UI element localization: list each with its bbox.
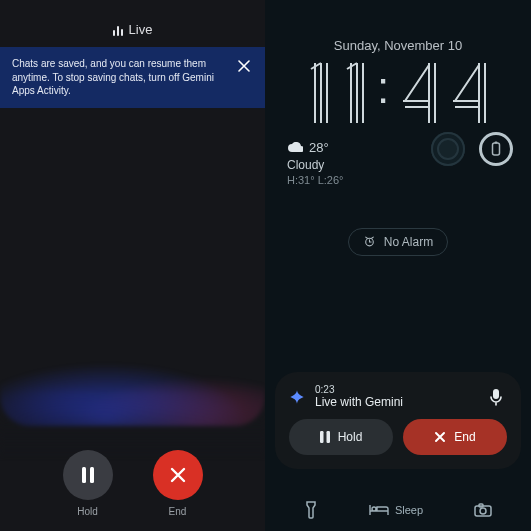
gemini-sparkle-icon — [289, 389, 305, 405]
bed-icon — [369, 504, 389, 516]
alarm-icon — [363, 235, 376, 248]
info-banner: Chats are saved, and you can resume them… — [0, 47, 265, 108]
media-title: Live with Gemini — [315, 395, 475, 409]
close-icon[interactable] — [235, 57, 253, 75]
audio-wave-icon — [113, 24, 123, 36]
svg-rect-0 — [82, 467, 86, 483]
media-card: 0:23 Live with Gemini Hold End — [275, 372, 521, 469]
svg-rect-1 — [90, 467, 94, 483]
sleep-button[interactable]: Sleep — [369, 504, 423, 516]
live-label: Live — [129, 22, 153, 37]
clock-digit-1b — [339, 57, 369, 129]
mic-button[interactable] — [485, 386, 507, 408]
svg-rect-5 — [493, 389, 499, 399]
media-elapsed: 0:23 — [315, 384, 475, 395]
lock-screen: Sunday, November 10 : 28° Cloudy — [265, 0, 531, 531]
pause-icon — [320, 431, 330, 443]
media-end-button[interactable]: End — [403, 419, 507, 455]
media-hold-button[interactable]: Hold — [289, 419, 393, 455]
alarm-text: No Alarm — [384, 235, 433, 249]
clock-digit-4a — [399, 57, 443, 129]
close-icon — [434, 431, 446, 443]
alarm-chip[interactable]: No Alarm — [348, 228, 448, 256]
live-header: Live — [0, 0, 265, 37]
banner-text: Chats are saved, and you can resume them… — [12, 57, 225, 98]
media-end-label: End — [454, 430, 475, 444]
hold-label: Hold — [77, 506, 98, 517]
camera-button[interactable] — [474, 503, 492, 517]
weather-temp: 28° — [309, 139, 329, 157]
end-label: End — [169, 506, 187, 517]
hold-button[interactable] — [63, 450, 113, 500]
lock-bottom-bar: Sleep — [265, 501, 531, 519]
activity-ring-icon[interactable] — [431, 132, 465, 166]
clock-digit-4b — [449, 57, 493, 129]
voice-glow — [0, 296, 265, 426]
clock-digit-1 — [303, 57, 333, 129]
weather-hilo: H:31° L:26° — [287, 173, 509, 188]
svg-rect-3 — [495, 142, 498, 144]
end-button[interactable] — [153, 450, 203, 500]
svg-point-9 — [480, 508, 486, 514]
media-hold-label: Hold — [338, 430, 363, 444]
battery-ring-icon[interactable] — [479, 132, 513, 166]
lock-time: : — [265, 57, 531, 129]
svg-rect-7 — [326, 431, 330, 443]
clock-colon: : — [375, 66, 393, 120]
gemini-live-screen: Live Chats are saved, and you can resume… — [0, 0, 265, 531]
sleep-label: Sleep — [395, 504, 423, 516]
flashlight-button[interactable] — [304, 501, 318, 519]
flashlight-icon — [304, 501, 318, 519]
lock-date: Sunday, November 10 — [265, 38, 531, 53]
lock-widgets — [431, 132, 513, 166]
svg-rect-6 — [320, 431, 324, 443]
svg-rect-2 — [493, 143, 500, 155]
cloud-icon — [287, 142, 303, 154]
call-controls: Hold End — [0, 450, 265, 517]
camera-icon — [474, 503, 492, 517]
